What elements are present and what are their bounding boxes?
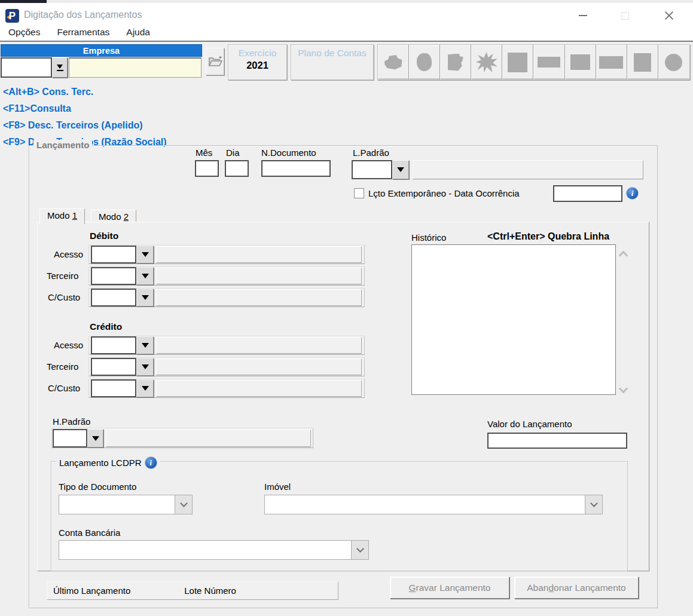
menu-bar: Opções Ferramentas Ajuda xyxy=(0,23,693,41)
credito-ccusto-dropdown-button[interactable] xyxy=(136,379,154,397)
valor-input[interactable] xyxy=(487,433,627,449)
hotkey-cons-terc: <Alt+B> Cons. Terc. xyxy=(3,84,362,100)
conta-bancaria-combo[interactable] xyxy=(59,540,369,560)
historico-textarea[interactable] xyxy=(411,244,616,395)
toolbar-button-1[interactable] xyxy=(378,45,409,79)
empresa-header: Empresa xyxy=(1,44,202,57)
extemporaneo-checkbox[interactable] xyxy=(354,188,364,198)
toolbar-button-7[interactable] xyxy=(565,45,596,79)
dia-input[interactable] xyxy=(225,160,249,177)
tipo-documento-combo[interactable] xyxy=(59,495,193,514)
chevron-down-icon xyxy=(356,545,364,553)
debito-terceiro-dropdown-button[interactable] xyxy=(136,267,154,285)
conta-bancaria-dropdown-button[interactable] xyxy=(351,541,368,559)
toolbar-icon-5-square xyxy=(508,53,527,72)
toolbar-icon-3-blob xyxy=(448,54,463,71)
status-panel: Último Lançamento Lote Número xyxy=(47,581,338,600)
extemporaneo-label: Lçto Extemporâneo - Data Ocorrência xyxy=(368,188,520,198)
mes-label: Mês xyxy=(196,148,212,158)
debito-ccusto-input[interactable] xyxy=(91,289,136,307)
lancamento-group-label: Lançamento xyxy=(33,140,92,150)
menu-opcoes[interactable]: Opções xyxy=(0,23,48,41)
exercicio-panel: Exercício 2021 xyxy=(228,44,287,80)
toolbar-button-6[interactable] xyxy=(533,45,564,79)
empresa-code-input[interactable] xyxy=(1,57,52,78)
debito-acesso-description xyxy=(156,246,362,263)
credito-terceiro-label: Terceiro xyxy=(47,361,78,372)
maximize-button[interactable] xyxy=(611,6,639,25)
imovel-dropdown-button[interactable] xyxy=(585,495,602,514)
lpadrao-dropdown-button[interactable] xyxy=(392,160,409,179)
data-ocorrencia-input[interactable] xyxy=(553,185,622,202)
debito-header: Débito xyxy=(90,231,118,241)
menu-ajuda[interactable]: Ajuda xyxy=(118,23,158,41)
debito-terceiro-label: Terceiro xyxy=(47,271,78,281)
toolbar-icon-8-rect xyxy=(599,56,623,69)
hpadrao-dropdown-button[interactable] xyxy=(87,429,103,448)
credito-acesso-dropdown-button[interactable] xyxy=(136,336,154,354)
ultimo-lancamento-label: Último Lançamento xyxy=(53,586,130,596)
debito-acesso-label: Acesso xyxy=(54,249,83,259)
toolbar-button-8[interactable] xyxy=(596,45,627,79)
lote-numero-label: Lote Número xyxy=(184,586,236,596)
minimize-button[interactable] xyxy=(569,6,597,25)
credito-ccusto-description xyxy=(156,380,362,397)
hpadrao-label: H.Padrão xyxy=(53,416,90,427)
tab-modo-1[interactable]: Modo 1 xyxy=(39,209,85,224)
toolbar-buttons-panel xyxy=(377,44,690,80)
tipo-documento-dropdown-button[interactable] xyxy=(175,495,192,514)
toolbar-button-3[interactable] xyxy=(440,45,471,79)
lcdpr-info-icon[interactable]: i xyxy=(145,456,157,469)
toolbar-button-2[interactable] xyxy=(409,45,440,79)
title-bar[interactable]: P Digitação dos Lançamentos xyxy=(0,3,693,23)
empresa-dropdown-button[interactable] xyxy=(52,57,68,78)
toolbar-button-4[interactable] xyxy=(471,45,502,79)
credito-ccusto-input[interactable] xyxy=(91,379,136,397)
credito-header: Crédito xyxy=(90,321,122,332)
open-company-button[interactable] xyxy=(206,48,224,75)
toolbar-icon-2-blob xyxy=(417,53,432,71)
mes-input[interactable] xyxy=(195,160,219,177)
toolbar-icon-7-square xyxy=(570,54,590,70)
toolbar-button-9[interactable] xyxy=(627,45,658,79)
close-icon xyxy=(664,11,674,20)
hpadrao-description xyxy=(106,430,311,447)
empresa-panel: Empresa xyxy=(1,44,202,80)
exercicio-label: Exercício xyxy=(228,48,286,59)
debito-acesso-dropdown-button[interactable] xyxy=(136,246,154,263)
toolbar-icon-10-circle xyxy=(665,54,682,71)
credito-terceiro-input[interactable] xyxy=(91,358,136,376)
lpadrao-input[interactable] xyxy=(352,160,392,179)
debito-ccusto-dropdown-button[interactable] xyxy=(136,289,154,307)
credito-acesso-description xyxy=(156,337,362,354)
empresa-name-field xyxy=(69,57,202,78)
credito-terceiro-dropdown-button[interactable] xyxy=(136,358,154,376)
dropdown-arrow-icon xyxy=(397,167,404,172)
historico-label: Histórico xyxy=(411,232,446,243)
ndocumento-input[interactable] xyxy=(261,160,331,177)
gravar-lancamento-button[interactable]: Gravar Lançamento xyxy=(390,577,509,599)
app-logo-icon: P xyxy=(5,9,19,23)
toolbar-button-10[interactable] xyxy=(658,45,689,79)
abandonar-lancamento-button[interactable]: Abandonar Lançamento xyxy=(514,577,639,599)
lpadrao-label: L.Padrão xyxy=(353,148,389,158)
debito-acesso-input[interactable] xyxy=(91,246,136,263)
plano-de-contas-panel[interactable]: Plano de Contas xyxy=(291,44,374,80)
debito-terceiro-input[interactable] xyxy=(91,267,136,285)
dia-label: Dia xyxy=(226,148,240,158)
credito-acesso-input[interactable] xyxy=(91,336,136,354)
exercicio-year: 2021 xyxy=(228,60,286,71)
imovel-combo[interactable] xyxy=(264,495,603,514)
toolbar-button-5[interactable] xyxy=(502,45,533,79)
credito-acesso-label: Acesso xyxy=(54,340,83,350)
ndocumento-label: N.Documento xyxy=(261,148,316,158)
menu-ferramentas[interactable]: Ferramentas xyxy=(48,23,118,41)
extemporaneo-info-icon[interactable]: i xyxy=(626,187,639,200)
hpadrao-input[interactable] xyxy=(53,429,87,448)
maximize-icon xyxy=(621,12,629,20)
close-button[interactable] xyxy=(655,6,683,25)
hotkey-desc-terceiros-apelido: <F8> Desc. Terceiros (Apelido) xyxy=(3,117,362,134)
lcdpr-group-label-wrap: Lançamento LCDPR i xyxy=(57,456,160,469)
credito-ccusto-label: C/Custo xyxy=(48,383,80,393)
tipo-documento-label: Tipo de Documento xyxy=(59,482,136,492)
